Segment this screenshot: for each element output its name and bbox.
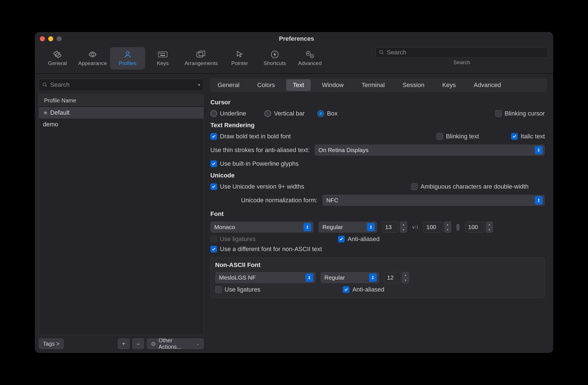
diff-font-checkbox[interactable]: Use a different font for non-ASCII text <box>210 246 322 253</box>
gears-icon <box>305 50 315 59</box>
body: Search ▾ Profile Name ★ Default demo Tag… <box>35 74 553 353</box>
svg-rect-4 <box>162 53 163 54</box>
tab-terminal[interactable]: Terminal <box>355 79 391 91</box>
svg-rect-8 <box>199 51 205 56</box>
svg-point-16 <box>43 83 46 86</box>
blinking-text-checkbox[interactable]: Blinking text <box>436 133 506 140</box>
chevron-down-icon: ⌄ <box>196 341 200 346</box>
add-profile-button[interactable]: + <box>118 338 130 349</box>
window-title: Preferences <box>62 35 531 42</box>
toolbar-general[interactable]: General <box>40 47 75 69</box>
minimize-button[interactable] <box>48 36 53 41</box>
thin-strokes-label: Use thin strokes for anti-aliased text: <box>210 146 310 154</box>
pointer-icon <box>235 50 244 59</box>
font-size-stepper[interactable]: 13 ▲▼ <box>382 222 407 233</box>
close-button[interactable] <box>40 36 45 41</box>
norm-label: Unicode normalization form: <box>241 197 317 204</box>
tags-button[interactable]: Tags > <box>39 338 64 349</box>
profile-tabs: General Colors Text Window Terminal Sess… <box>210 78 547 92</box>
tab-colors[interactable]: Colors <box>251 79 282 91</box>
profile-row[interactable]: demo <box>39 119 203 130</box>
font-style-select[interactable]: Regular ▲▼ <box>319 222 377 233</box>
italic-text-checkbox[interactable]: Italic text <box>511 133 545 140</box>
font-antialiased-checkbox[interactable]: Anti-aliased <box>338 235 380 243</box>
toolbar-items: General Appearance Profiles Keys Arrange… <box>40 47 327 69</box>
norm-select[interactable]: NFC ▲▼ <box>322 195 545 206</box>
tab-advanced[interactable]: Advanced <box>467 79 508 91</box>
svg-rect-7 <box>197 52 203 57</box>
svg-rect-5 <box>164 53 165 54</box>
svg-line-17 <box>45 85 47 87</box>
remove-profile-button[interactable]: – <box>132 338 144 349</box>
toolbar-profiles[interactable]: Profiles <box>110 47 145 69</box>
svg-rect-6 <box>161 55 165 56</box>
search-icon <box>379 50 384 55</box>
sidebar: Search ▾ Profile Name ★ Default demo Tag… <box>35 74 208 353</box>
cursor-underline-radio[interactable]: Underline <box>210 110 246 117</box>
cursor-vertical-radio[interactable]: Vertical bar <box>264 110 305 117</box>
titlebar: Preferences <box>35 32 553 45</box>
hspacing-stepper[interactable]: 100 ▲▼ <box>423 222 451 233</box>
cursor-heading: Cursor <box>210 99 545 106</box>
thin-strokes-select[interactable]: On Retina Displays ▲▼ <box>315 145 545 156</box>
svg-point-11 <box>308 53 309 54</box>
text-rendering-heading: Text Rendering <box>210 122 545 129</box>
cursor-box-radio[interactable]: Box <box>317 110 337 117</box>
svg-rect-3 <box>161 53 162 54</box>
gear-icon <box>53 50 62 59</box>
search-icon <box>42 82 47 87</box>
unicode-v9-checkbox[interactable]: Use Unicode version 9+ widths <box>210 183 304 190</box>
tab-session[interactable]: Session <box>396 79 431 91</box>
profile-row[interactable]: ★ Default <box>39 107 203 119</box>
svg-point-13 <box>311 56 312 57</box>
hspacing-icon: vi <box>412 224 418 230</box>
tab-text[interactable]: Text <box>286 79 311 91</box>
person-icon <box>123 50 132 59</box>
text-panel: Cursor Underline Vertical bar Box <box>210 97 547 347</box>
toolbar-pointer[interactable]: Pointer <box>222 47 257 69</box>
tab-keys[interactable]: Keys <box>436 79 463 91</box>
chevron-down-icon: ▾ <box>198 83 200 87</box>
bolt-icon <box>270 50 280 59</box>
font-ligatures-checkbox[interactable]: Use ligatures <box>210 235 256 243</box>
svg-point-0 <box>126 52 129 54</box>
profile-table-header: Profile Name <box>39 95 203 107</box>
preferences-window: Preferences General Appearance Profiles … <box>35 32 553 353</box>
non-ascii-family-select[interactable]: MesloLGS NF ▲▼ <box>215 272 315 283</box>
toolbar-appearance[interactable]: Appearance <box>75 47 110 69</box>
ellipsis-icon: ⊙ <box>151 340 156 347</box>
toolbar-keys[interactable]: Keys <box>145 47 180 69</box>
blinking-cursor-checkbox[interactable]: Blinking cursor <box>495 110 545 117</box>
profile-table: Profile Name ★ Default demo <box>39 94 204 335</box>
toolbar-arrangements[interactable]: Arrangements <box>180 47 222 69</box>
powerline-checkbox[interactable]: Use built-in Powerline glyphs <box>210 160 298 167</box>
toolbar-search-label: Search <box>453 59 470 66</box>
sidebar-footer: Tags > + – ⊙ Other Actions... ⌄ <box>39 338 204 349</box>
tab-window[interactable]: Window <box>315 79 350 91</box>
draw-bold-checkbox[interactable]: Draw bold text in bold font <box>210 133 291 140</box>
non-ascii-size-stepper[interactable]: 12 ▲▼ <box>384 272 409 283</box>
non-ascii-heading: Non-ASCII Font <box>215 261 540 269</box>
font-family-select[interactable]: Monaco ▲▼ <box>210 222 314 233</box>
unicode-heading: Unicode <box>210 172 545 179</box>
toolbar-shortcuts[interactable]: Shortcuts <box>257 47 292 69</box>
non-ascii-ligatures-checkbox[interactable]: Use ligatures <box>215 286 260 293</box>
profile-search-input[interactable]: Search ▾ <box>39 79 204 91</box>
vspacing-stepper[interactable]: 100 ▲▼ <box>465 222 493 233</box>
non-ascii-style-select[interactable]: Regular ▲▼ <box>320 272 379 283</box>
svg-rect-1 <box>158 52 167 57</box>
toolbar-search-input[interactable]: Search <box>375 47 548 58</box>
svg-line-15 <box>382 53 383 54</box>
non-ascii-antialiased-checkbox[interactable]: Anti-aliased <box>343 286 384 293</box>
zoom-button[interactable] <box>57 36 62 41</box>
keyboard-icon <box>158 50 167 59</box>
other-actions-button[interactable]: ⊙ Other Actions... ⌄ <box>147 338 204 349</box>
non-ascii-box: Non-ASCII Font MesloLGS NF ▲▼ Regular ▲▼… <box>210 257 545 298</box>
svg-point-14 <box>380 50 383 54</box>
windows-icon <box>196 50 206 59</box>
tab-general[interactable]: General <box>211 79 246 91</box>
toolbar-advanced[interactable]: Advanced <box>292 47 327 69</box>
eye-icon <box>88 50 97 59</box>
ambiguous-width-checkbox[interactable]: Ambiguous characters are double-width <box>411 183 545 190</box>
star-icon: ★ <box>43 109 48 116</box>
